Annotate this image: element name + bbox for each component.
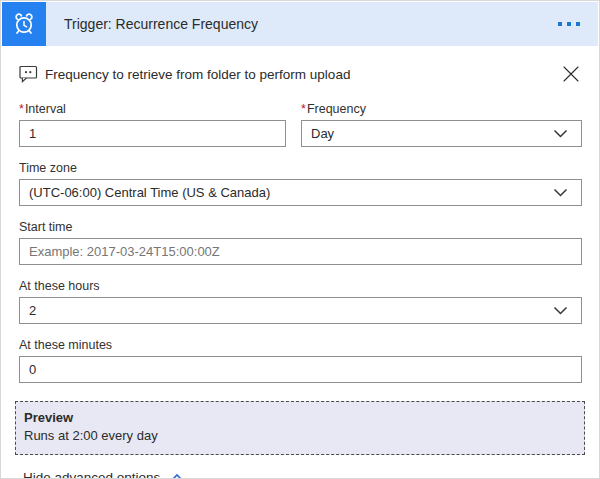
hours-field-group: At these hours 2 xyxy=(19,279,582,324)
frequency-dropdown[interactable]: Day xyxy=(301,120,582,147)
minutes-field-group: At these minutes xyxy=(19,338,582,383)
ellipsis-menu-icon[interactable] xyxy=(556,16,582,32)
start-time-field-group: Start time xyxy=(19,220,582,265)
hours-value: 2 xyxy=(29,303,36,318)
interval-input[interactable] xyxy=(19,120,286,147)
preview-box: Preview Runs at 2:00 every day xyxy=(15,401,585,455)
timezone-field-group: Time zone (UTC-06:00) Central Time (US &… xyxy=(19,161,582,206)
description-row: Frequency to retrieve from folder to per… xyxy=(19,63,582,85)
minutes-input[interactable] xyxy=(19,356,582,383)
chevron-down-icon xyxy=(552,125,569,142)
frequency-value: Day xyxy=(311,126,334,141)
interval-label: * Interval xyxy=(19,102,286,116)
frequency-label: * Frequency xyxy=(301,102,582,116)
recurrence-trigger-card: Trigger: Recurrence Frequency Frequency … xyxy=(0,0,600,479)
trigger-title: Trigger: Recurrence Frequency xyxy=(64,16,258,32)
interval-field-group: * Interval xyxy=(19,102,286,147)
start-time-label: Start time xyxy=(19,220,582,234)
alarm-clock-icon xyxy=(2,2,46,46)
trigger-header: Trigger: Recurrence Frequency xyxy=(2,2,598,46)
trigger-header-bar[interactable]: Trigger: Recurrence Frequency xyxy=(46,2,598,46)
chevron-down-icon xyxy=(552,302,569,319)
hours-label: At these hours xyxy=(19,279,582,293)
close-icon[interactable] xyxy=(560,63,582,85)
frequency-field-group: * Frequency Day xyxy=(301,102,582,147)
chevron-up-icon xyxy=(169,471,185,479)
minutes-label: At these minutes xyxy=(19,338,582,352)
required-marker: * xyxy=(19,102,24,116)
hide-advanced-options-label: Hide advanced options xyxy=(23,470,160,479)
timezone-value: (UTC-06:00) Central Time (US & Canada) xyxy=(29,185,270,200)
trigger-description: Frequency to retrieve from folder to per… xyxy=(45,67,350,82)
hide-advanced-options-toggle[interactable]: Hide advanced options xyxy=(19,470,185,479)
hours-dropdown[interactable]: 2 xyxy=(19,297,582,324)
timezone-label: Time zone xyxy=(19,161,582,175)
timezone-dropdown[interactable]: (UTC-06:00) Central Time (US & Canada) xyxy=(19,179,582,206)
start-time-input[interactable] xyxy=(19,238,582,265)
trigger-body: Frequency to retrieve from folder to per… xyxy=(1,47,599,479)
chevron-down-icon xyxy=(552,184,569,201)
comment-icon xyxy=(19,65,38,83)
interval-frequency-row: * Interval * Frequency Day xyxy=(19,102,582,147)
preview-title: Preview xyxy=(24,409,574,427)
required-marker: * xyxy=(301,102,306,116)
preview-text: Runs at 2:00 every day xyxy=(24,427,574,444)
